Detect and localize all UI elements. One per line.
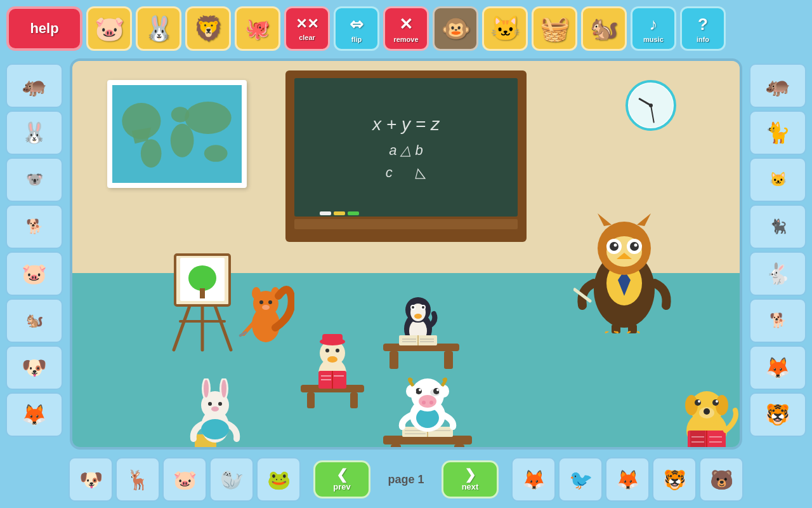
squirrel-sticker[interactable]: [237, 277, 294, 356]
sidebar-item-bear[interactable]: 🐨: [6, 157, 63, 202]
svg-rect-15: [200, 288, 205, 298]
flip-icon: ⇔: [350, 15, 363, 34]
cow-sticker[interactable]: [383, 372, 472, 450]
bottom-bear-b-sticker[interactable]: 🐻: [699, 457, 743, 502]
bottom-dog-sticker[interactable]: 🐶: [69, 457, 113, 502]
sidebar-item-cat-r[interactable]: 🐈: [749, 110, 806, 155]
basket-icon: 🧺: [540, 15, 570, 43]
penguin-sticker[interactable]: [383, 290, 459, 375]
bottom-bird-sticker[interactable]: 🐦: [558, 457, 603, 502]
bottom-deer-sticker[interactable]: 🦌: [115, 457, 160, 502]
owl-teacher-sticker[interactable]: [573, 207, 675, 337]
clear-icon: ✕✕: [296, 16, 318, 32]
info-label: info: [697, 36, 709, 43]
prev-arrow-icon: ❮: [336, 468, 348, 482]
sidebar-item-dog-r[interactable]: 🐕: [749, 298, 806, 343]
chalk-equation: x + y = z: [372, 110, 440, 139]
sticker-cat-btn[interactable]: 🐱: [482, 6, 528, 51]
svg-point-105: [419, 389, 421, 391]
svg-point-114: [704, 408, 710, 415]
fox-b-icon: 🦊: [522, 469, 546, 491]
svg-point-51: [422, 306, 424, 309]
sticker-basket-btn[interactable]: 🧺: [532, 6, 577, 51]
svg-point-115: [695, 399, 701, 406]
sidebar-item-rabbit-r[interactable]: 🐇: [749, 251, 806, 296]
chalk-shapes: a △ b: [372, 139, 440, 161]
flip-button[interactable]: ⇔ flip: [334, 6, 379, 51]
chalk-yellow: [334, 211, 345, 215]
svg-point-67: [614, 244, 617, 247]
bottom-navigation: 🐶 🦌 🐷 🦭 🐸 ❮ prev page 1 ❯ next 🦊 🐦 🦊 🐯 🐻: [0, 451, 812, 508]
hippo-icon: 🦛: [22, 74, 47, 98]
squirrel-icon: 🐿️: [590, 15, 619, 42]
chalk-shapes2: c ◺: [372, 161, 440, 184]
sidebar-item-cat3-r[interactable]: 🐯: [749, 392, 806, 437]
svg-rect-42: [444, 351, 453, 369]
sticker-lion-btn[interactable]: 🦁: [185, 6, 231, 51]
svg-point-6: [185, 102, 231, 134]
help-button[interactable]: help: [6, 6, 82, 51]
bottom-pig-b-sticker[interactable]: 🐷: [162, 457, 207, 502]
rabbit-blocks-sticker[interactable]: [177, 378, 253, 450]
svg-point-3: [141, 139, 162, 168]
prev-button[interactable]: ❮ prev: [313, 460, 370, 498]
bottom-tiger-sticker[interactable]: 🐯: [652, 457, 697, 502]
sidebar-item-dog-s[interactable]: 🐶: [6, 345, 63, 390]
pig-icon: 🐷: [95, 15, 124, 43]
sticker-monkey-btn[interactable]: 🐵: [433, 6, 478, 51]
dog-book-sticker[interactable]: [669, 385, 742, 450]
clear-label: clear: [299, 34, 315, 41]
clock-center: [649, 104, 653, 107]
cat2-r-icon: 🐱: [769, 171, 787, 188]
rabbit-s-icon: 🐰: [22, 121, 47, 145]
sidebar-item-squirrel-s[interactable]: 🐿️: [6, 298, 63, 343]
sidebar-item-cat2-r[interactable]: 🐱: [749, 157, 806, 202]
dog-s-icon: 🐶: [22, 356, 47, 380]
sticker-pig-btn[interactable]: 🐷: [86, 6, 132, 51]
sticker-squirrel-btn[interactable]: 🐿️: [581, 6, 627, 51]
svg-point-87: [201, 419, 229, 439]
chalk-text: x + y = z a △ b c ◺: [372, 110, 440, 184]
remove-button[interactable]: ✕ remove: [383, 6, 429, 51]
bottom-walrus-sticker[interactable]: 🦭: [209, 457, 254, 502]
music-icon: ♪: [650, 15, 658, 34]
svg-point-21: [268, 300, 272, 304]
main-scene-area: x + y = z a △ b c ◺: [70, 58, 742, 450]
duck-sticker[interactable]: [301, 328, 364, 413]
sidebar-item-rabbit[interactable]: 🐰: [6, 110, 63, 155]
svg-point-118: [716, 400, 718, 403]
svg-point-84: [208, 402, 212, 406]
left-sidebar: 🦛 🐰 🐨 🐕 🐷 🐿️ 🐶 🦊: [0, 58, 69, 450]
chalkboard-surface: x + y = z a △ b c ◺: [294, 78, 518, 217]
svg-point-14: [188, 265, 216, 291]
sidebar-item-fox-s[interactable]: 🦊: [6, 392, 63, 437]
music-button[interactable]: ♪ music: [631, 6, 676, 51]
info-button[interactable]: ? info: [680, 6, 726, 51]
bottom-fox2-sticker[interactable]: 🦊: [605, 457, 650, 502]
sidebar-item-pig-s[interactable]: 🐷: [6, 251, 63, 296]
next-button[interactable]: ❯ next: [442, 460, 499, 498]
sidebar-item-hippo-r[interactable]: 🦛: [749, 64, 806, 108]
bottom-fox-sticker[interactable]: 🦊: [511, 457, 556, 502]
bear-b-icon: 🐻: [710, 469, 733, 491]
sidebar-item-dog-table[interactable]: 🐕: [6, 204, 63, 249]
cat3-r-icon: 🐯: [765, 403, 790, 427]
sidebar-item-fox-r[interactable]: 🦊: [749, 345, 806, 390]
sidebar-item-kitten-r[interactable]: 🐈‍⬛: [749, 204, 806, 249]
chalk-triangle-label: a △ b: [389, 142, 423, 158]
remove-label: remove: [393, 36, 418, 43]
sidebar-item-hippo[interactable]: 🦛: [6, 64, 63, 108]
svg-point-86: [211, 406, 219, 411]
sticker-drummer-btn[interactable]: 🐙: [235, 6, 280, 51]
dog-b-icon: 🐶: [79, 469, 103, 491]
easel-sticker[interactable]: [161, 251, 244, 356]
svg-rect-27: [350, 392, 358, 408]
info-icon: ?: [698, 15, 708, 34]
clear-button[interactable]: ✕✕ clear: [284, 6, 330, 51]
bottom-frog-sticker[interactable]: 🐸: [256, 457, 301, 502]
clock: [625, 80, 676, 131]
svg-point-65: [610, 242, 619, 251]
svg-point-68: [634, 244, 638, 247]
sticker-rabbit-btn[interactable]: 🐰: [136, 6, 181, 51]
svg-marker-70: [598, 213, 612, 226]
